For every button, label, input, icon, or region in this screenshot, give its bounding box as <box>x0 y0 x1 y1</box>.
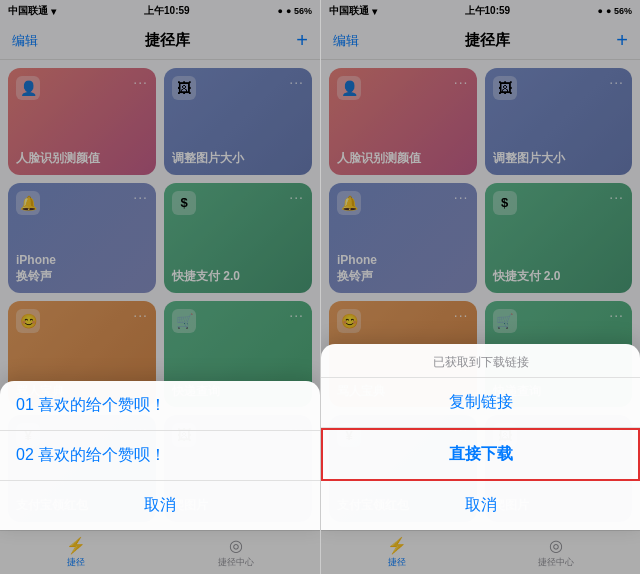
right-sheet-header: 已获取到下载链接 <box>321 344 640 378</box>
right-bottom-sheet: 已获取到下载链接 复制链接 直接下载 取消 <box>321 344 640 530</box>
left-sheet-item-1[interactable]: 01 喜欢的给个赞呗！ <box>0 381 320 431</box>
right-sheet-copy[interactable]: 复制链接 <box>321 378 640 428</box>
left-sheet-cancel[interactable]: 取消 <box>0 481 320 530</box>
right-sheet-cancel[interactable]: 取消 <box>321 481 640 530</box>
left-phone-panel: 中国联通 ▾ 上午10:59 ● ● 56% 编辑 捷径库 + ··· 👤 人脸… <box>0 0 320 574</box>
right-sheet-download[interactable]: 直接下载 <box>321 428 640 481</box>
left-bottom-sheet: 01 喜欢的给个赞呗！ 02 喜欢的给个赞呗！ 取消 <box>0 381 320 530</box>
right-phone-panel: 中国联通 ▾ 上午10:59 ● ● 56% 编辑 捷径库 + ··· 👤 人脸… <box>320 0 640 574</box>
left-sheet-item-2[interactable]: 02 喜欢的给个赞呗！ <box>0 431 320 481</box>
